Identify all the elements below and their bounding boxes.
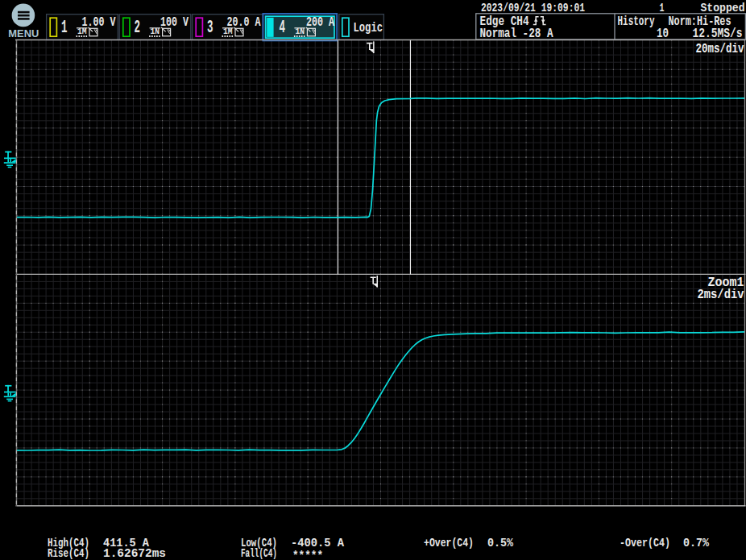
svg-text:200 A: 200 A [306,15,334,30]
svg-text:-400.5 A: -400.5 A [291,537,344,550]
svg-text:0.7%: 0.7% [683,537,710,550]
svg-text:MENU: MENU [8,27,39,39]
svg-text:Normal -28 A: Normal -28 A [480,27,553,41]
svg-text:1M: 1M [223,27,233,36]
svg-text:3: 3 [207,18,213,38]
svg-text:1: 1 [61,18,68,38]
svg-text:4: 4 [279,18,285,38]
svg-text:2: 2 [135,18,141,38]
svg-text:*****: ***** [292,550,323,560]
svg-text:10: 10 [657,27,669,41]
svg-text:1.62672ms: 1.62672ms [103,547,166,560]
svg-text:20ms/div: 20ms/div [696,42,744,56]
svg-text:1N: 1N [151,27,160,36]
svg-text:1M: 1M [77,27,87,36]
svg-text:1N: 1N [295,27,305,36]
svg-text:-Over(C4): -Over(C4) [620,537,670,550]
svg-text:+Over(C4): +Over(C4) [424,537,474,550]
svg-text:Rise(C4): Rise(C4) [48,547,89,560]
svg-text:Fall(C4): Fall(C4) [241,547,277,560]
svg-text:12.5MS/s: 12.5MS/s [693,27,743,41]
svg-text:100 V: 100 V [160,15,189,30]
svg-text:Logic: Logic [354,20,383,35]
svg-text:2ms/div: 2ms/div [698,288,744,302]
svg-text:0.5%: 0.5% [487,537,514,550]
svg-text:History: History [618,15,655,29]
